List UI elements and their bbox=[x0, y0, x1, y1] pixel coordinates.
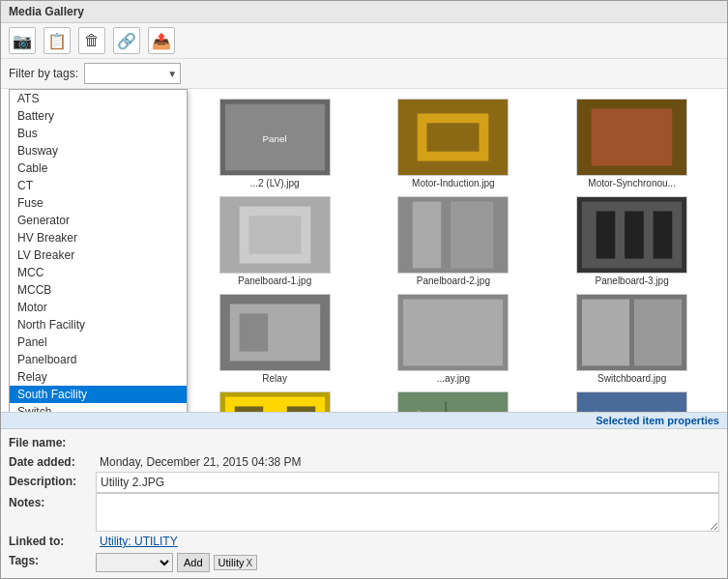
filter-select-wrapper: ▼ bbox=[84, 63, 181, 84]
gallery-item[interactable]: Panel ...2 (LV).jpg bbox=[188, 97, 363, 190]
gallery-item[interactable]: ...ay.jpg bbox=[366, 292, 541, 386]
dropdown-item-bus[interactable]: Bus bbox=[10, 125, 187, 142]
svg-rect-9 bbox=[427, 123, 480, 151]
dropdown-item-battery[interactable]: Battery bbox=[10, 107, 187, 125]
tag-remove-button[interactable]: X bbox=[246, 558, 252, 568]
thumbnail: Panel bbox=[219, 99, 331, 176]
gallery-item[interactable]: Panelboard-1.jpg bbox=[188, 194, 363, 288]
main-content: ATS Battery Bus Busway Cable CT Fuse Gen… bbox=[1, 89, 727, 412]
filter-label: Filter by tags: bbox=[9, 67, 78, 80]
dropdown-item-busway[interactable]: Busway bbox=[10, 142, 187, 159]
dropdown-item-ct[interactable]: CT bbox=[10, 177, 187, 194]
media-gallery-window: Media Gallery 📷 📋 🗑 🔗 📤 Filter by tags: … bbox=[0, 0, 728, 579]
svg-rect-23 bbox=[597, 211, 616, 258]
camera-icon: 📷 bbox=[13, 32, 32, 50]
svg-rect-31 bbox=[239, 313, 267, 351]
dateadded-value: Monday, December 21, 2015 04:38 PM bbox=[96, 452, 719, 472]
dropdown-item-cable[interactable]: Cable bbox=[10, 159, 187, 177]
thumbnail bbox=[576, 391, 687, 412]
filter-select[interactable] bbox=[84, 63, 181, 84]
svg-text:Panel: Panel bbox=[262, 133, 286, 144]
gallery-label: Panelboard-3.jpg bbox=[596, 275, 669, 286]
gallery-label: ...2 (LV).jpg bbox=[250, 178, 300, 188]
gallery-label: Motor-Induction.jpg bbox=[412, 178, 495, 188]
gallery-label: Panelboard-1.jpg bbox=[238, 275, 311, 286]
dropdown-item-mcc[interactable]: MCC bbox=[10, 264, 187, 281]
svg-rect-46 bbox=[577, 392, 686, 412]
tags-row: Add Utility X bbox=[96, 551, 719, 574]
filename-label: File name: bbox=[9, 433, 96, 452]
svg-rect-36 bbox=[634, 300, 682, 366]
dropdown-item-fuse[interactable]: Fuse bbox=[10, 194, 187, 212]
svg-rect-11 bbox=[592, 109, 673, 166]
export-button[interactable]: 📤 bbox=[148, 27, 175, 54]
tag-badge-utility: Utility X bbox=[214, 555, 258, 570]
delete-button[interactable]: 🗑 bbox=[78, 27, 105, 54]
link-button[interactable]: 🔗 bbox=[113, 27, 140, 54]
notes-label: Notes: bbox=[9, 493, 96, 532]
thumbnail bbox=[219, 391, 331, 412]
dropdown-item-generator[interactable]: Generator bbox=[10, 212, 187, 229]
dropdown-item-ats[interactable]: ATS bbox=[10, 90, 187, 107]
dropdown-item-relay[interactable]: Relay bbox=[10, 368, 187, 386]
properties-grid: File name: Date added: Monday, December … bbox=[1, 429, 727, 578]
svg-rect-20 bbox=[451, 202, 493, 269]
dateadded-label: Date added: bbox=[9, 452, 96, 472]
thumbnail bbox=[397, 196, 509, 274]
gallery-label: Switchboard.jpg bbox=[597, 373, 666, 384]
thumbnail bbox=[576, 99, 687, 176]
tags-add-button[interactable]: Add bbox=[177, 553, 210, 572]
properties-header: Selected item properties bbox=[1, 413, 727, 429]
gallery-item[interactable] bbox=[544, 390, 719, 412]
dropdown-menu[interactable]: ATS Battery Bus Busway Cable CT Fuse Gen… bbox=[9, 89, 188, 412]
svg-rect-19 bbox=[413, 202, 441, 269]
gallery-item[interactable]: Panelboard-2.jpg bbox=[366, 194, 541, 288]
file-button[interactable]: 📋 bbox=[44, 27, 71, 54]
window-title: Media Gallery bbox=[9, 5, 84, 18]
thumbnail bbox=[397, 99, 509, 176]
svg-rect-33 bbox=[403, 300, 503, 366]
svg-rect-35 bbox=[582, 300, 629, 366]
notes-textarea[interactable] bbox=[96, 493, 719, 532]
thumbnail bbox=[397, 294, 509, 371]
tags-select[interactable] bbox=[96, 553, 173, 572]
delete-icon: 🗑 bbox=[84, 32, 100, 49]
gallery-item[interactable]: Motor-Synchronou... bbox=[544, 97, 719, 190]
gallery-label: ...ay.jpg bbox=[437, 373, 470, 384]
dropdown-item-panelboard[interactable]: Panelboard bbox=[10, 351, 187, 368]
dropdown-item-north-facility[interactable]: North Facility bbox=[10, 316, 187, 333]
gallery-item[interactable]: Switchboard-3.jpg bbox=[188, 390, 363, 412]
filename-value bbox=[96, 433, 719, 452]
file-icon: 📋 bbox=[47, 32, 67, 50]
filter-bar: Filter by tags: ▼ bbox=[1, 59, 727, 89]
thumbnail bbox=[576, 196, 687, 274]
gallery-item[interactable]: Panelboard-3.jpg bbox=[544, 194, 719, 288]
dropdown-item-hv-breaker[interactable]: HV Breaker bbox=[10, 229, 187, 246]
description-value: Utility 2.JPG bbox=[96, 472, 719, 493]
thumbnail bbox=[219, 196, 331, 274]
gallery-item[interactable]: Motor-Induction.jpg bbox=[366, 97, 541, 190]
dropdown-item-motor[interactable]: Motor bbox=[10, 299, 187, 316]
link-icon: 🔗 bbox=[117, 32, 136, 50]
properties-panel: Selected item properties File name: Date… bbox=[1, 412, 727, 578]
dropdown-item-switch[interactable]: Switch bbox=[10, 403, 187, 412]
linkedto-value[interactable]: Utility: UTILITY bbox=[96, 532, 719, 551]
tags-label: Tags: bbox=[9, 551, 96, 574]
svg-rect-25 bbox=[654, 211, 673, 258]
description-label: Description: bbox=[9, 472, 96, 493]
dropdown-item-panel[interactable]: Panel bbox=[10, 333, 187, 351]
svg-rect-42 bbox=[286, 406, 314, 412]
gallery-label: Motor-Synchronou... bbox=[588, 178, 676, 188]
dropdown-item-lv-breaker[interactable]: LV Breaker bbox=[10, 246, 187, 264]
camera-button[interactable]: 📷 bbox=[9, 27, 36, 54]
dropdown-item-mccb[interactable]: MCCB bbox=[10, 281, 187, 299]
linkedto-label: Linked to: bbox=[9, 532, 96, 551]
tag-label: Utility bbox=[218, 557, 245, 568]
dropdown-item-south-facility[interactable]: South Facility bbox=[10, 386, 187, 403]
svg-rect-24 bbox=[625, 211, 644, 258]
export-icon: 📤 bbox=[152, 32, 171, 50]
gallery-item[interactable]: Switchboard.jpg bbox=[544, 292, 719, 386]
titlebar: Media Gallery bbox=[1, 1, 727, 23]
gallery-item[interactable] bbox=[366, 390, 541, 412]
gallery-item[interactable]: Relay bbox=[188, 292, 363, 386]
